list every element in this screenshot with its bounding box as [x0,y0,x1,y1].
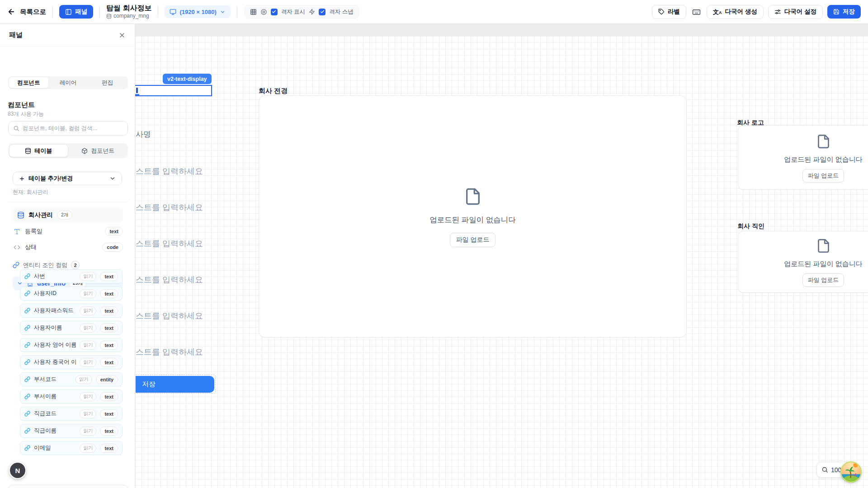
type-badge: text [100,444,118,453]
tab-edit[interactable]: 편집 [88,77,127,88]
i18n-generate-button[interactable]: 文A 다국어 생성 [707,5,764,19]
tab-components[interactable]: 컴포넌트 [9,77,48,88]
seal-upload-card[interactable]: 업로드된 파일이 없습니다 파일 업로드 [738,231,868,293]
collaborator-cursor-avatar: N [9,462,26,479]
link-icon [24,308,30,314]
link-icon [13,262,19,268]
canvas-input-placeholder[interactable]: 스트를 입력하세요 [136,166,203,177]
sliders-icon [774,9,781,15]
divider [52,6,53,18]
keyboard-icon [692,8,701,16]
access-badge: 읽기 [80,392,96,401]
island-avatar-image [840,461,862,483]
database-icon [25,148,31,154]
link-icon [24,325,30,331]
panel-title: 패널 [9,31,23,39]
back-label[interactable]: 목록으로 [20,8,46,16]
join-column-card[interactable]: 사용자ID 읽기 text [20,286,123,300]
join-column-card[interactable]: 사용자 중국어 이름 읽기 text [20,355,123,369]
tab-layers[interactable]: 레이어 [48,77,88,88]
canvas-input-placeholder[interactable]: 스트를 입력하세요 [136,274,203,285]
join-column-card[interactable]: 사용자패스워드 읽기 text [20,304,123,318]
join-column-card[interactable]: 이메일 읽기 text [20,441,123,455]
panel-toggle-button[interactable]: 패널 [59,5,93,19]
access-badge: 읽기 [75,375,92,384]
empty-file-text: 업로드된 파일이 없습니다 [784,260,862,268]
zap-icon [309,9,315,15]
grid-snap-checkbox[interactable] [319,9,326,15]
join-column-card[interactable]: 부서코드 읽기 entity [20,372,123,386]
check-icon [272,9,276,14]
label-button[interactable]: 라벨 [652,5,686,19]
monitor-icon [170,9,176,15]
grid-icon [250,9,257,15]
file-upload-button[interactable]: 파일 업로드 [802,273,844,287]
selected-text-display[interactable] [134,85,212,96]
canvas-input-placeholder[interactable]: 스트를 입력하세요 [136,310,203,321]
mode-table-button[interactable]: 테이블 [9,144,68,157]
circle-dot-icon[interactable] [260,9,267,15]
table-group-row[interactable]: 회사관리 2개 [13,208,123,222]
mode-component-button[interactable]: 컴포넌트 [69,144,127,157]
type-badge: text [100,409,118,418]
grid-show-checkbox[interactable] [271,9,278,15]
canvas-save-dropzone: 저장 [134,375,216,394]
divider [158,6,158,18]
type-text-icon [14,228,20,235]
front-view-upload-card[interactable]: 업로드된 파일이 없습니다 파일 업로드 [259,95,687,338]
panel-tabs: 컴포넌트 레이어 편집 [8,76,128,89]
type-badge: text [100,358,118,367]
grid-options-group: 격자 표시 격자 스냅 [245,5,359,19]
link-icon [24,273,30,279]
type-badge: text [100,306,118,315]
table-column-row[interactable]: 상태 code [14,242,123,253]
page-title: 탑씰 회사정보 [106,4,151,12]
save-button[interactable]: 저장 [827,5,861,19]
divider [99,6,100,18]
user-avatar[interactable] [840,461,862,483]
file-upload-button[interactable]: 파일 업로드 [450,233,496,247]
type-badge: text [100,392,118,401]
link-icon [24,291,30,296]
add-table-button[interactable]: 테이블 추가/변경 [13,172,122,185]
logo-upload-card[interactable]: 업로드된 파일이 없습니다 파일 업로드 [738,125,868,190]
join-column-card[interactable]: 부서이름 읽기 text [20,389,123,404]
i18n-settings-button[interactable]: 다국어 설정 [768,5,823,19]
join-column-card[interactable]: 사용자이름 읽기 text [20,321,123,335]
close-icon[interactable] [118,32,126,39]
file-upload-button[interactable]: 파일 업로드 [802,169,844,183]
keyboard-shortcuts-button[interactable] [691,8,702,16]
back-button[interactable]: 목록으로 [7,8,46,16]
search-box [8,121,128,136]
component-type-badge: v2-text-display [163,74,212,84]
grid-snap-label: 격자 스냅 [329,8,353,16]
clipped-text-underline [135,94,139,95]
join-column-card[interactable]: 직급이름 읽기 text [20,424,123,438]
type-badge: code [102,243,123,252]
access-badge: 읽기 [80,272,96,281]
seal-label: 회사 직인 [737,222,764,230]
panel-left-icon [65,9,72,15]
link-icon [24,411,30,417]
search-input[interactable] [23,125,123,131]
join-column-card[interactable]: 사번 읽기 text [20,269,123,283]
app-root: 목록으로 패널 탑씰 회사정보 company_mng (868 × 488… [0,0,868,488]
table-column-row[interactable]: 등록일 text [14,226,123,237]
canvas-save-button[interactable]: 저장 [136,376,214,393]
components-count: 83개 사용 가능 [8,110,44,118]
canvas-input-placeholder[interactable]: 스트를 입력하세요 [136,202,203,213]
join-column-card[interactable]: 직급코드 읽기 text [20,407,123,421]
canvas-input-placeholder[interactable]: 스트를 입력하세요 [136,238,203,249]
type-badge: entity [96,375,118,384]
canvas-input-placeholder[interactable]: 스트를 입력하세요 [136,347,203,357]
clipped-text-fragment [136,88,138,93]
access-badge: 읽기 [80,358,96,367]
link-icon [24,428,30,434]
type-badge: text [100,341,118,350]
type-badge: text [100,272,118,281]
join-column-card[interactable]: 사용자 영어 이름 읽기 text [20,338,123,352]
divider [237,6,237,18]
languages-icon: 文A [713,9,722,15]
resolution-selector[interactable]: (868 × 488) [165,5,230,18]
access-badge: 읽기 [80,409,96,418]
